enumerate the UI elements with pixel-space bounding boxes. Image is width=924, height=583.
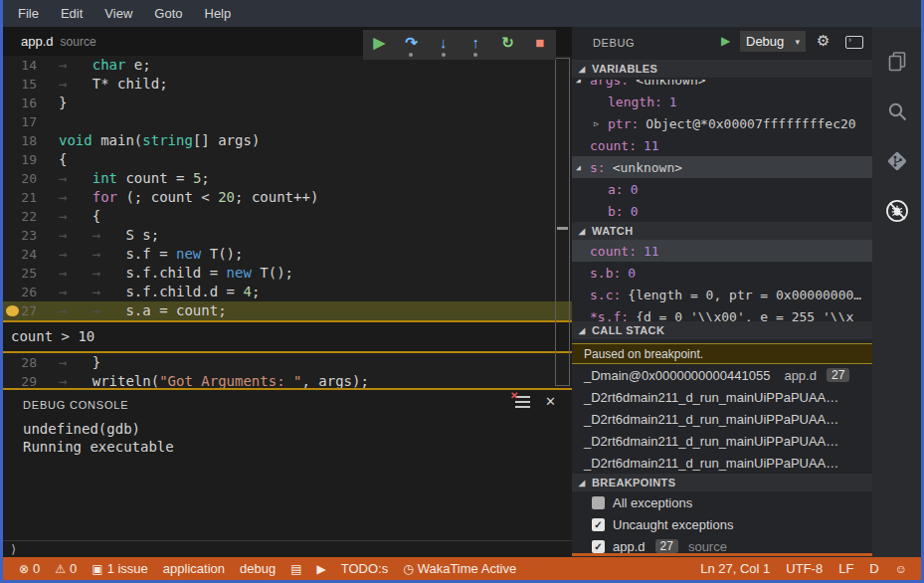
watch-row[interactable]: s.b:0 xyxy=(572,262,872,284)
code-line[interactable]: 24→ → s.f = new T(); xyxy=(3,245,572,264)
statusbar-config-application[interactable]: application xyxy=(163,561,225,576)
breakpoint-checkbox[interactable]: ✓ xyxy=(592,518,605,531)
stack-frame-row[interactable]: _D2rt6dmain211_d_run_mainUiPPaPUAA… xyxy=(572,408,872,430)
code-line[interactable]: 27→ → s.a = count; xyxy=(3,301,572,320)
code-text: } xyxy=(49,94,67,112)
watch-row[interactable]: *s.f:{d = 0 '\\x00', e = 255 '\\x xyxy=(572,305,872,321)
gear-icon[interactable]: ⚙ xyxy=(817,32,830,50)
editor-scrollbar[interactable] xyxy=(555,58,570,386)
step-into-button[interactable]: ↓ xyxy=(432,32,456,58)
step-out-button[interactable]: ↑ xyxy=(463,32,487,58)
watch-row[interactable]: s.c:{length = 0, ptr = 0x00000000… xyxy=(572,284,872,305)
statusbar-eol[interactable]: LF xyxy=(838,561,853,576)
code-line[interactable]: 26→ → s.f.child.d = 4; xyxy=(3,283,572,301)
statusbar-text: UTF-8 xyxy=(786,561,823,576)
breakpoint-icon[interactable] xyxy=(6,305,19,316)
code-line[interactable]: 20→ int count = 5; xyxy=(3,169,572,188)
debug-config-label: Debug xyxy=(746,34,795,49)
continue-button[interactable]: ▶ xyxy=(367,32,391,58)
start-debug-icon[interactable]: ▶ xyxy=(721,34,730,48)
code-line[interactable]: 23→ → S s; xyxy=(3,226,572,245)
debug-console-toggle-icon[interactable]: › xyxy=(845,36,863,49)
menu-file[interactable]: File xyxy=(7,6,50,21)
debug-console-input[interactable]: ⟩ xyxy=(3,540,572,559)
variable-value: {d = 0 '\\x00', e = 255 '\\x xyxy=(636,309,853,322)
code-line[interactable]: 25→ → s.f.child = new T(); xyxy=(3,264,572,283)
errors-icon: ⊗ xyxy=(19,562,29,576)
stack-frame-row[interactable]: _D2rt6dmain211_d_run_mainUiPPaPUAA… xyxy=(572,452,872,474)
statusbar-todo-file[interactable]: ▤ xyxy=(290,562,301,576)
variable-name: *s.f: xyxy=(590,309,629,322)
code-line[interactable]: 18void main(string[] args) xyxy=(3,131,572,150)
line-number: 18 xyxy=(3,131,49,150)
variables-section-header[interactable]: ◢ VARIABLES xyxy=(572,60,872,78)
variable-row[interactable]: length:1 xyxy=(572,91,872,112)
step-over-button[interactable]: ↷ xyxy=(399,32,423,58)
close-icon[interactable]: ✕ xyxy=(545,394,556,409)
breakpoint-label: Uncaught exceptions xyxy=(613,517,733,532)
restart-button[interactable]: ↻ xyxy=(495,32,519,58)
code-line[interactable]: 19{ xyxy=(3,150,572,169)
collapse-arrow-icon[interactable]: ◢ xyxy=(576,80,581,85)
code-line[interactable]: 28→ } xyxy=(3,353,572,372)
code-line[interactable]: 22→ { xyxy=(3,207,572,226)
activity-search-button[interactable] xyxy=(872,89,921,134)
stack-frame-row[interactable]: _Dmain@0x0000000000441055app.d27 xyxy=(572,364,872,386)
clear-console-icon[interactable]: ✕ xyxy=(515,396,530,408)
statusbar-text: 0 xyxy=(33,561,40,576)
statusbar-config-debug[interactable]: debug xyxy=(240,561,276,576)
callstack-section-header[interactable]: ◢ CALL STACK xyxy=(572,321,872,339)
watch-section-header[interactable]: ◢ WATCH xyxy=(572,222,872,240)
frame-name: _D2rt6dmain211_d_run_mainUiPPaPUAA… xyxy=(584,390,838,405)
breakpoint-checkbox[interactable] xyxy=(592,496,605,509)
stack-frame-row[interactable]: _D2rt6dmain211_d_run_mainUiPPaPUAA… xyxy=(572,386,872,408)
activity-git-button[interactable] xyxy=(872,138,921,184)
variable-row[interactable]: a:0 xyxy=(572,178,872,200)
statusbar-todos[interactable]: TODO:s xyxy=(341,561,388,576)
variable-row[interactable]: count:11 xyxy=(572,134,872,156)
menu-edit[interactable]: Edit xyxy=(50,6,93,21)
activity-explorer-button[interactable] xyxy=(872,39,921,85)
statusbar-language-mode[interactable]: D xyxy=(869,561,878,576)
code-text: → → s.f.child = new T(); xyxy=(49,264,293,283)
breakpoints-section-header[interactable]: ◢ BREAKPOINTS xyxy=(572,474,872,491)
collapse-arrow-icon[interactable]: ◢ xyxy=(576,163,581,172)
variable-row[interactable]: ◢args:<unknown> xyxy=(572,80,872,91)
menu-view[interactable]: View xyxy=(93,6,143,21)
code-text: → → s.f = new T(); xyxy=(49,245,243,264)
menu-help[interactable]: Help xyxy=(194,6,243,21)
code-line[interactable]: 15→ T* child; xyxy=(3,75,572,94)
breakpoint-row[interactable]: ✓Uncaught exceptions xyxy=(572,513,872,535)
variable-row[interactable]: ◢s:<unknown> xyxy=(572,156,872,178)
code-line[interactable]: 17 xyxy=(3,112,572,131)
statusbar-feedback[interactable]: ☺ xyxy=(895,562,907,576)
debug-config-select[interactable]: Debug ▾ xyxy=(740,31,806,52)
statusbar-warnings[interactable]: ⚠0 xyxy=(55,561,77,576)
variable-row[interactable]: ▷ptr:Object@*0x00007ffffffffec20 xyxy=(572,112,872,134)
expand-arrow-icon[interactable]: ▷ xyxy=(594,119,599,128)
variable-row[interactable]: b:0 xyxy=(572,200,872,222)
stop-button[interactable]: ■ xyxy=(528,32,552,58)
variable-name: a: xyxy=(608,182,624,197)
code-line[interactable]: 21→ for (; count < 20; count++) xyxy=(3,188,572,207)
tab-appd[interactable]: app.d source xyxy=(21,27,96,56)
statusbar-run[interactable]: ▶ xyxy=(317,562,326,576)
breakpoint-row[interactable]: ✓app.d27source xyxy=(572,535,872,553)
code-line[interactable]: 16} xyxy=(3,94,572,112)
activity-debug-button[interactable] xyxy=(872,188,921,234)
statusbar-errors[interactable]: ⊗0 xyxy=(19,561,40,576)
stack-frame-row[interactable]: _D2rt6dmain211_d_run_mainUiPPaPUAA… xyxy=(572,430,872,452)
statusbar-encoding[interactable]: UTF-8 xyxy=(786,561,823,576)
breakpoint-row[interactable]: All exceptions xyxy=(572,491,872,513)
editor-group: app.d source ▶↷↓↑↻■ 14→ char e;15→ T* ch… xyxy=(3,27,572,557)
line-number: 17 xyxy=(3,112,49,131)
breakpoint-condition-widget[interactable]: count > 10 xyxy=(3,320,572,353)
watch-row[interactable]: count:11 xyxy=(572,240,872,262)
statusbar-wakatime[interactable]: ◷WakaTime Active xyxy=(403,561,516,576)
menu-goto[interactable]: Goto xyxy=(143,6,193,21)
feedback-icon: ☺ xyxy=(895,562,907,576)
variable-value: 1 xyxy=(669,95,677,109)
statusbar-issues[interactable]: ▣1 issue xyxy=(92,561,148,576)
breakpoint-checkbox[interactable]: ✓ xyxy=(592,540,605,553)
statusbar-cursor-position[interactable]: Ln 27, Col 1 xyxy=(700,561,770,576)
